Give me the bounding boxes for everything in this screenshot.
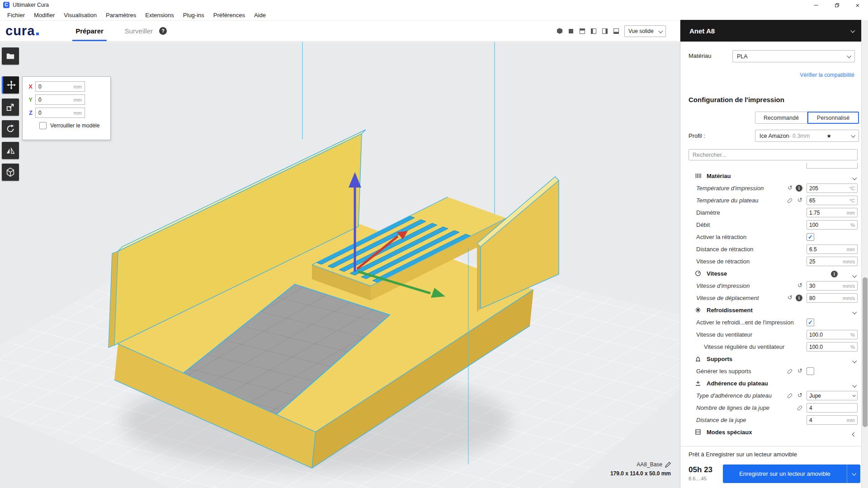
value-input[interactable] — [809, 258, 841, 265]
x-position-field[interactable]: mm — [35, 81, 85, 92]
mode-recommended-button[interactable]: Recommandé — [755, 112, 807, 124]
menu-visualisation[interactable]: Visualisation — [59, 10, 101, 21]
unit-label: mm/s — [843, 283, 855, 289]
scrollbar-thumb[interactable] — [863, 277, 868, 427]
model-name[interactable]: AA8_Base — [637, 461, 662, 468]
menu-preferences[interactable]: Préférences — [209, 10, 250, 21]
settings-search-input[interactable] — [693, 150, 854, 160]
value-input[interactable] — [809, 344, 849, 350]
rotate-tool-button[interactable] — [2, 120, 19, 137]
value-input[interactable] — [809, 283, 841, 289]
menu-plugins[interactable]: Plug-ins — [179, 10, 209, 21]
view-left-icon[interactable] — [589, 27, 598, 36]
checkbox-checked[interactable]: ✓ — [807, 233, 814, 241]
setting-field[interactable]: mm — [807, 415, 858, 425]
setting-field[interactable] — [807, 403, 858, 413]
section-modes-speciaux[interactable]: Modes spéciaux — [689, 426, 858, 438]
scale-tool-button[interactable] — [2, 99, 19, 116]
adhesion-type-select[interactable]: Jupe — [807, 391, 858, 400]
edit-pencil-icon[interactable] — [665, 462, 671, 468]
view-front-icon[interactable] — [566, 27, 576, 36]
star-icon[interactable]: ★ — [826, 133, 831, 139]
value-input[interactable] — [809, 417, 845, 423]
link-icon[interactable] — [787, 367, 793, 375]
help-badge[interactable]: ? — [159, 27, 167, 35]
close-button[interactable]: × — [847, 0, 868, 10]
z-position-field[interactable]: mm — [35, 108, 85, 118]
y-position-field[interactable]: mm — [35, 94, 85, 105]
mode-custom-button[interactable]: Personnalisé — [807, 112, 859, 124]
checkbox-unchecked[interactable] — [807, 367, 814, 375]
tab-surveiller[interactable]: Surveiller — [118, 21, 159, 41]
compatibility-link[interactable]: Vérifier la compatibilité — [800, 72, 854, 78]
section-refroidissement[interactable]: Refroidissement — [689, 304, 858, 316]
section-adherence-plateau[interactable]: Adhérence du plateau — [689, 377, 858, 389]
printer-selector[interactable]: Anet A8 — [680, 20, 861, 42]
panel-scrollbar[interactable] — [861, 21, 868, 488]
minimize-icon — [814, 5, 818, 5]
view-3d-icon[interactable] — [555, 27, 564, 36]
view-mode-select[interactable]: Vue solide — [624, 25, 666, 37]
value-input[interactable] — [809, 332, 849, 338]
value-input[interactable] — [809, 295, 841, 301]
per-model-settings-button[interactable] — [2, 164, 19, 181]
setting-field[interactable]: % — [807, 342, 858, 352]
value-input[interactable] — [809, 246, 845, 253]
info-icon[interactable]: i — [831, 270, 838, 277]
setting-field[interactable]: % — [807, 330, 858, 339]
setting-field[interactable]: mm/s — [807, 257, 858, 266]
material-select[interactable]: PLA — [732, 50, 855, 62]
setting-field[interactable]: mm — [807, 208, 858, 217]
minimize-button[interactable] — [806, 0, 826, 10]
menu-fichier[interactable]: Fichier — [3, 10, 29, 21]
y-position-input[interactable] — [38, 97, 74, 103]
revert-icon[interactable]: ↺ — [788, 294, 793, 301]
info-icon[interactable]: i — [796, 294, 802, 301]
section-vitesse[interactable]: Vitesse i — [689, 267, 858, 280]
view-right-icon[interactable] — [600, 27, 609, 36]
revert-icon[interactable]: ↺ — [797, 197, 802, 204]
value-input[interactable] — [809, 222, 849, 228]
menu-modifier[interactable]: Modifier — [29, 10, 59, 21]
link-icon[interactable] — [797, 404, 802, 411]
link-icon[interactable] — [787, 197, 793, 204]
x-position-input[interactable] — [38, 84, 74, 90]
revert-icon[interactable]: ↺ — [797, 392, 802, 399]
menu-aide[interactable]: Aide — [250, 10, 270, 21]
section-supports[interactable]: Supports — [689, 353, 858, 365]
setting-field[interactable]: °C — [807, 183, 858, 193]
view-bottom-icon[interactable] — [612, 27, 621, 36]
view-top-icon[interactable] — [578, 27, 587, 36]
section-materiau[interactable]: Matériau — [689, 170, 858, 182]
lock-model-checkbox[interactable] — [39, 122, 47, 129]
value-input[interactable] — [809, 405, 853, 411]
open-file-button[interactable] — [2, 47, 19, 65]
menu-extensions[interactable]: Extensions — [141, 10, 179, 21]
value-input[interactable] — [809, 185, 848, 192]
revert-icon[interactable]: ↺ — [797, 367, 802, 375]
revert-icon[interactable]: ↺ — [788, 184, 793, 192]
restore-button[interactable] — [826, 0, 847, 10]
move-tool-button[interactable] — [2, 76, 19, 94]
setting-field[interactable]: mm/s — [807, 293, 858, 303]
tab-preparer[interactable]: Préparer — [68, 21, 111, 41]
info-icon[interactable]: i — [796, 184, 802, 192]
unit-label: mm — [847, 210, 855, 216]
value-input[interactable] — [809, 197, 848, 204]
settings-search[interactable] — [689, 149, 858, 160]
revert-icon[interactable]: ↺ — [797, 282, 802, 289]
setting-field[interactable]: mm — [807, 244, 858, 254]
save-removable-button[interactable]: Enregistrer sur un lecteur amovible — [723, 465, 860, 483]
checkbox-checked[interactable]: ✓ — [807, 319, 814, 326]
setting-field[interactable]: °C — [807, 196, 858, 205]
viewport-3d[interactable]: X mm Y mm Z mm — [0, 42, 680, 488]
setting-field[interactable]: mm/s — [807, 281, 858, 291]
menu-parametres[interactable]: Paramètres — [101, 10, 141, 21]
profile-select[interactable]: Ice Amazon - 0.3mm ★ — [755, 130, 859, 142]
setting-field[interactable]: % — [807, 220, 858, 230]
z-position-input[interactable] — [38, 110, 74, 116]
mirror-tool-button[interactable] — [2, 142, 19, 159]
link-icon[interactable] — [787, 392, 793, 399]
value-input[interactable] — [809, 210, 845, 216]
save-options-toggle[interactable] — [847, 465, 860, 483]
